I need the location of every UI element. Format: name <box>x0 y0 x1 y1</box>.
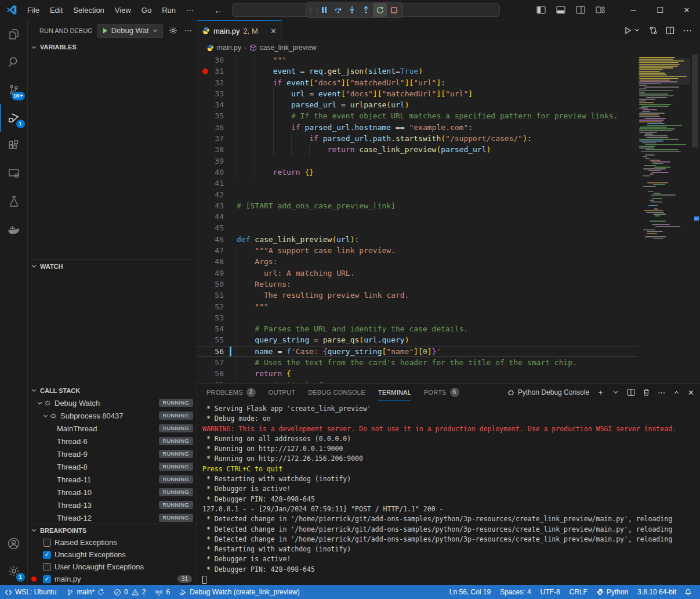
terminal-instance[interactable]: Python Debug Console <box>507 388 589 396</box>
breadcrumb-file[interactable]: main.py <box>217 44 241 52</box>
gutter[interactable]: 57 <box>197 357 237 368</box>
code-line-31[interactable]: 31 event = req.get_json(silent=True) <box>197 66 638 77</box>
gutter[interactable]: 39 <box>197 156 237 167</box>
code-line-54[interactable]: 54 # Parses the URL and identify the cas… <box>197 323 638 334</box>
gutter[interactable]: 51 <box>197 290 237 301</box>
gutter[interactable]: 55 <box>197 334 237 345</box>
gutter[interactable]: 30 <box>197 55 237 66</box>
breadcrumb-symbol[interactable]: case_link_preview <box>260 44 317 52</box>
open-changes-icon[interactable] <box>649 26 658 35</box>
sidebar-item-docker[interactable] <box>0 215 28 243</box>
chevron-down-icon[interactable] <box>43 413 48 417</box>
notifications-bell-icon[interactable] <box>684 588 692 596</box>
language-status[interactable]: Python <box>592 585 633 599</box>
start-debug-icon[interactable] <box>101 27 108 34</box>
watch-section-header[interactable]: WATCH <box>28 259 197 272</box>
call-stack-row[interactable]: MainThreadRUNNING <box>28 422 197 435</box>
customize-layout-icon[interactable] <box>596 5 605 15</box>
gutter[interactable]: 58 <box>197 368 237 379</box>
breakpoint-row[interactable]: Raised Exceptions <box>28 536 197 549</box>
code-line-58[interactable]: 58 return { <box>197 368 638 379</box>
sidebar-item-remote-explorer[interactable] <box>0 160 28 187</box>
cursor-position[interactable]: Ln 56, Col 19 <box>445 585 495 599</box>
step-out-button[interactable] <box>359 3 373 17</box>
panel-tab-output[interactable]: OUTPUT <box>269 384 295 401</box>
code-line-59[interactable]: 59 "action": { <box>197 380 638 383</box>
code-line-39[interactable]: 39 <box>197 156 638 167</box>
gutter[interactable]: 49 <box>197 268 237 279</box>
call-stack-row[interactable]: Thread-13RUNNING <box>28 499 197 511</box>
variables-section-header[interactable]: VARIABLES <box>28 41 197 53</box>
panel-tab-debug-console[interactable]: DEBUG CONSOLE <box>308 384 365 401</box>
minimize-button[interactable]: ─ <box>620 0 647 20</box>
code-line-50[interactable]: 50 Returns: <box>197 279 638 290</box>
gutter[interactable]: 48 <box>197 256 237 267</box>
gutter[interactable]: 43 <box>197 200 237 211</box>
terminal-output[interactable]: * Serving Flask app 'create_link_preview… <box>197 401 700 585</box>
remote-indicator[interactable]: WSL: Ubuntu <box>0 585 62 599</box>
gutter[interactable]: 35 <box>197 110 237 121</box>
breakpoint-checkbox[interactable] <box>43 539 51 547</box>
breakpoint-checkbox[interactable] <box>43 563 51 571</box>
debug-session-status[interactable]: Debug Watch (create_link_preview) <box>175 585 304 599</box>
code-line-57[interactable]: 57 # Uses the text from the card's heade… <box>197 357 638 368</box>
restart-button[interactable] <box>373 3 387 17</box>
new-terminal-button[interactable]: ＋ <box>597 387 604 398</box>
code-line-52[interactable]: 52 """ <box>197 301 638 312</box>
call-stack-row[interactable]: Thread-10RUNNING <box>28 486 197 499</box>
gutter[interactable]: 59 <box>197 380 237 383</box>
sidebar-item-extensions[interactable] <box>0 132 28 160</box>
eol-status[interactable]: CRLF <box>565 585 592 599</box>
split-terminal-icon[interactable] <box>627 388 635 396</box>
call-stack-row[interactable]: Debug WatchRUNNING <box>28 396 197 409</box>
gutter[interactable]: 38 <box>197 144 237 155</box>
menu-file[interactable]: File <box>22 0 45 20</box>
more-actions-icon[interactable]: ⋯ <box>658 388 665 397</box>
breakpoint-icon[interactable] <box>202 68 208 74</box>
code-line-44[interactable]: 44 <box>197 211 638 222</box>
interpreter-version[interactable]: 3.8.10 64-bit <box>633 585 681 599</box>
menu-run[interactable]: Run <box>157 0 181 20</box>
sidebar-item-run-and-debug[interactable]: 1 <box>0 104 28 132</box>
problems-status[interactable]: 0 2 <box>109 585 150 599</box>
menu-view[interactable]: View <box>110 0 136 20</box>
gutter[interactable]: 56 <box>197 346 237 357</box>
gutter[interactable]: 36 <box>197 122 237 133</box>
ports-status[interactable]: 6 <box>150 585 175 599</box>
call-stack-section-header[interactable]: CALL STACK <box>28 384 197 396</box>
gutter[interactable]: 46 <box>197 234 237 245</box>
breakpoint-checkbox[interactable]: ✓ <box>43 551 51 559</box>
code-line-53[interactable]: 53 <box>197 312 638 323</box>
gutter[interactable]: 41 <box>197 178 237 189</box>
maximize-panel-icon[interactable] <box>674 391 679 395</box>
indentation-status[interactable]: Spaces: 4 <box>495 585 535 599</box>
tab-main-py[interactable]: main.py 2, M ✕ <box>197 20 282 41</box>
toggle-panel-icon[interactable] <box>556 5 565 15</box>
debug-settings-gear-icon[interactable] <box>169 26 177 35</box>
gutter[interactable]: 37 <box>197 133 237 144</box>
breakpoint-row[interactable]: ✓Uncaught Exceptions <box>28 549 197 561</box>
minimap[interactable] <box>638 55 690 383</box>
gutter[interactable]: 42 <box>197 189 237 200</box>
call-stack-row[interactable]: Thread-8RUNNING <box>28 460 197 473</box>
pause-button[interactable] <box>317 3 331 17</box>
code-line-30[interactable]: 30 """ <box>197 55 638 66</box>
sidebar-item-explorer[interactable] <box>0 20 28 48</box>
gutter[interactable]: 34 <box>197 99 237 110</box>
scrollbar-thumb[interactable] <box>692 55 698 147</box>
encoding-status[interactable]: UTF-8 <box>536 585 565 599</box>
toggle-sidebar-icon[interactable] <box>536 5 546 15</box>
code-editor[interactable]: 30 """31 event = req.get_json(silent=Tru… <box>197 55 700 383</box>
maximize-button[interactable]: ☐ <box>647 0 673 20</box>
gutter[interactable]: 53 <box>197 312 237 323</box>
call-stack-row[interactable]: Thread-6RUNNING <box>28 435 197 448</box>
code-line-43[interactable]: 43# [START add_ons_case_preview_link] <box>197 200 638 211</box>
panel-tab-ports[interactable]: PORTS6 <box>424 384 459 401</box>
split-editor-icon[interactable] <box>666 26 674 35</box>
gutter[interactable]: 40 <box>197 167 237 178</box>
call-stack-row[interactable]: Thread-9RUNNING <box>28 448 197 460</box>
code-line-51[interactable]: 51 The resulting preview link card. <box>197 290 638 301</box>
minimap-slider[interactable] <box>638 58 690 85</box>
code-line-34[interactable]: 34 parsed_url = urlparse(url) <box>197 99 638 110</box>
gutter[interactable]: 52 <box>197 301 237 312</box>
